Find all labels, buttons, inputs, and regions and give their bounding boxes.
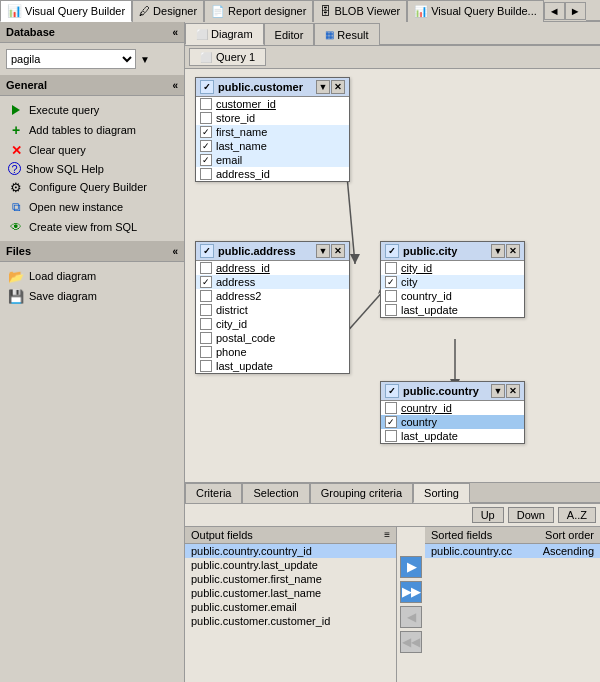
remove-all-sort-btn[interactable]: ◀◀	[400, 631, 422, 653]
tab-sorting[interactable]: Sorting	[413, 483, 470, 503]
tab-selection[interactable]: Selection	[242, 483, 309, 503]
country-field-0: country_id	[381, 401, 524, 415]
save-diagram-item[interactable]: 💾 Save diagram	[0, 286, 184, 306]
general-collapse-btn[interactable]: «	[172, 80, 178, 91]
tab-designer[interactable]: 🖊 Designer	[132, 0, 204, 22]
remove-sort-btn[interactable]: ◀	[400, 606, 422, 628]
city-field-1-check[interactable]	[385, 276, 397, 288]
down-button[interactable]: Down	[508, 507, 554, 523]
customer-field-3: last_name	[196, 139, 349, 153]
database-select[interactable]: pagila	[6, 49, 136, 69]
diagram-area[interactable]: ✓ public.customer ▼ ✕ customer_id	[185, 69, 600, 482]
output-field-3[interactable]: public.customer.last_name	[185, 586, 396, 600]
tab-editor[interactable]: Editor	[264, 23, 315, 45]
tab-report-designer[interactable]: 📄 Report designer	[204, 0, 313, 22]
tab-result[interactable]: ▦ Result	[314, 23, 379, 45]
address-field-3-name: district	[216, 304, 248, 316]
plus-icon: +	[8, 122, 24, 138]
city-close-icon[interactable]: ✕	[506, 244, 520, 258]
city-field-2-check[interactable]	[385, 290, 397, 302]
country-title-label: public.country	[403, 385, 479, 397]
svg-marker-1	[350, 254, 360, 264]
tab-scroll-left[interactable]: ◄	[544, 2, 565, 20]
sorted-field-0-name: public.country.cc	[431, 545, 512, 557]
customer-field-0-check[interactable]	[200, 98, 212, 110]
customer-field-5-check[interactable]	[200, 168, 212, 180]
sql-help-item[interactable]: ? Show SQL Help	[0, 160, 184, 177]
output-field-0[interactable]: public.country.country_id	[185, 544, 396, 558]
open-new-instance-item[interactable]: ⧉ Open new instance	[0, 197, 184, 217]
city-field-3-check[interactable]	[385, 304, 397, 316]
output-fields-header: Output fields ≡	[185, 527, 396, 544]
customer-field-1: store_id	[196, 111, 349, 125]
address-close-icon[interactable]: ✕	[331, 244, 345, 258]
selection-tab-label: Selection	[253, 487, 298, 499]
create-view-item[interactable]: 👁 Create view from SQL	[0, 217, 184, 237]
output-field-2[interactable]: public.customer.first_name	[185, 572, 396, 586]
play-icon	[8, 102, 24, 118]
az-button[interactable]: A..Z	[558, 507, 596, 523]
customer-field-1-check[interactable]	[200, 112, 212, 124]
configure-qb-item[interactable]: ⚙ Configure Query Builder	[0, 177, 184, 197]
address-title: ✓ public.address	[200, 244, 296, 258]
query-1-tab[interactable]: ⬜ Query 1	[189, 48, 266, 66]
tab-criteria[interactable]: Criteria	[185, 483, 242, 503]
tab-blob-viewer[interactable]: 🗄 BLOB Viewer	[313, 0, 407, 22]
execute-query-item[interactable]: Execute query	[0, 100, 184, 120]
country-field-1-name: country	[401, 416, 437, 428]
tab-visual-query-builder-2[interactable]: 📊 Visual Query Builde...	[407, 0, 544, 22]
sorted-fields-scroll[interactable]: public.country.cc Ascending	[425, 544, 600, 682]
add-tables-label: Add tables to diagram	[29, 124, 136, 136]
country-menu-icon[interactable]: ▼	[491, 384, 505, 398]
address-field-0-check[interactable]	[200, 262, 212, 274]
output-field-5[interactable]: public.customer.customer_id	[185, 614, 396, 628]
country-close-icon[interactable]: ✕	[506, 384, 520, 398]
customer-menu-icon[interactable]: ▼	[316, 80, 330, 94]
x-icon: ✕	[8, 142, 24, 158]
address-field-5-check[interactable]	[200, 332, 212, 344]
files-collapse-btn[interactable]: «	[172, 246, 178, 257]
customer-field-3-check[interactable]	[200, 140, 212, 152]
add-sort-btn[interactable]: ▶	[400, 556, 422, 578]
tab-diagram[interactable]: ⬜ Diagram	[185, 23, 264, 45]
customer-field-2-name: first_name	[216, 126, 267, 138]
city-field-2: country_id	[381, 289, 524, 303]
tab-scroll-right[interactable]: ►	[565, 2, 586, 20]
country-field-1-check[interactable]	[385, 416, 397, 428]
customer-close-icon[interactable]: ✕	[331, 80, 345, 94]
tab-label: BLOB Viewer	[334, 5, 400, 17]
address-menu-icon[interactable]: ▼	[316, 244, 330, 258]
city-menu-icon[interactable]: ▼	[491, 244, 505, 258]
question-icon: ?	[8, 162, 21, 175]
output-field-4[interactable]: public.customer.email	[185, 600, 396, 614]
sorted-field-0[interactable]: public.country.cc Ascending	[425, 544, 600, 558]
address-field-6-check[interactable]	[200, 346, 212, 358]
tab-visual-query-builder[interactable]: 📊 Visual Query Builder	[0, 0, 132, 22]
database-collapse-btn[interactable]: «	[172, 27, 178, 38]
output-fields-scroll[interactable]: public.country.country_id public.country…	[185, 544, 396, 682]
customer-field-4-check[interactable]	[200, 154, 212, 166]
address-field-7-check[interactable]	[200, 360, 212, 372]
output-field-1[interactable]: public.country.last_update	[185, 558, 396, 572]
city-field-1-name: city	[401, 276, 418, 288]
city-field-0-check[interactable]	[385, 262, 397, 274]
customer-field-2-check[interactable]	[200, 126, 212, 138]
up-button[interactable]: Up	[472, 507, 504, 523]
output-fields-panel: Output fields ≡ public.country.country_i…	[185, 527, 397, 682]
general-section-header: General «	[0, 75, 184, 96]
country-field-0-check[interactable]	[385, 402, 397, 414]
svg-line-2	[345, 289, 385, 334]
add-all-sort-btn[interactable]: ▶▶	[400, 581, 422, 603]
clear-query-item[interactable]: ✕ Clear query	[0, 140, 184, 160]
load-diagram-item[interactable]: 📂 Load diagram	[0, 266, 184, 286]
address-field-4-check[interactable]	[200, 318, 212, 330]
address-field-0: address_id	[196, 261, 349, 275]
tab-grouping[interactable]: Grouping criteria	[310, 483, 413, 503]
chart2-icon: 📊	[414, 5, 428, 18]
address-field-2-check[interactable]	[200, 290, 212, 302]
address-field-3-check[interactable]	[200, 304, 212, 316]
table-address-header: ✓ public.address ▼ ✕	[196, 242, 349, 261]
country-field-2-check[interactable]	[385, 430, 397, 442]
add-tables-item[interactable]: + Add tables to diagram	[0, 120, 184, 140]
address-field-1-check[interactable]	[200, 276, 212, 288]
